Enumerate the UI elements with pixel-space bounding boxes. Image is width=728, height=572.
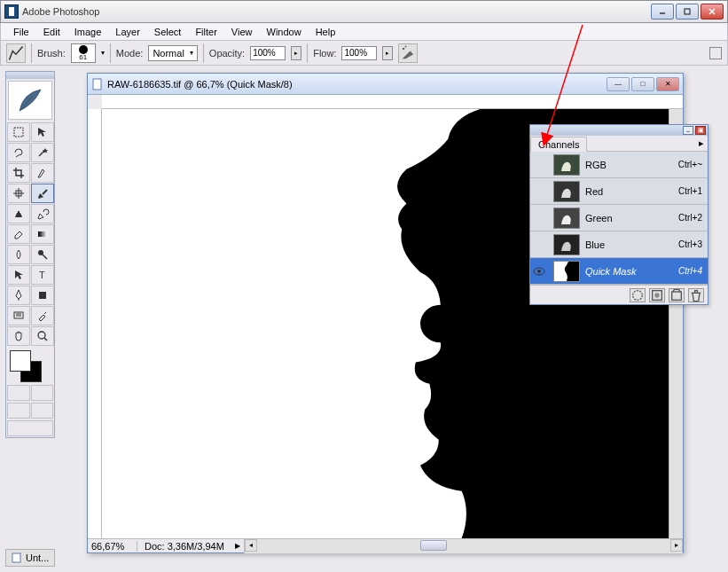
- panel-minimize-button[interactable]: –: [683, 126, 693, 135]
- flow-slider-toggle[interactable]: ▸: [382, 46, 393, 60]
- channel-row-rgb[interactable]: RGB Ctrl+~: [530, 152, 708, 178]
- gradient-tool[interactable]: [31, 224, 54, 244]
- standard-mode-button[interactable]: [7, 385, 30, 401]
- notes-tool[interactable]: [7, 306, 30, 325]
- maximize-button[interactable]: [676, 4, 699, 20]
- svg-line-15: [43, 255, 47, 259]
- menu-layer[interactable]: Layer: [108, 25, 147, 39]
- scroll-right-arrow[interactable]: ▸: [670, 539, 683, 552]
- menu-file[interactable]: File: [6, 25, 36, 39]
- menu-image[interactable]: Image: [67, 25, 109, 39]
- app-icon: [4, 4, 19, 19]
- panel-title-bar[interactable]: – ▣: [530, 125, 708, 136]
- new-channel-button[interactable]: [669, 288, 685, 302]
- mode-dropdown[interactable]: Normal ▾: [148, 45, 197, 61]
- svg-line-23: [44, 338, 47, 341]
- minimize-button[interactable]: [651, 4, 674, 20]
- menu-edit[interactable]: Edit: [36, 25, 67, 39]
- zoom-field[interactable]: 66,67%: [88, 541, 137, 552]
- channel-row-green[interactable]: Green Ctrl+2: [530, 205, 708, 231]
- doc-minimize-button[interactable]: —: [607, 77, 630, 91]
- doc-close-button[interactable]: ✕: [656, 77, 679, 91]
- airbrush-toggle[interactable]: [398, 43, 418, 63]
- screen-mode-1[interactable]: [7, 403, 30, 419]
- vertical-ruler: [88, 109, 102, 538]
- channel-name: Green: [585, 213, 673, 223]
- channels-panel: – ▣ Channels ▸ RGB Ctrl+~ Red Ctrl+1 Gre…: [529, 124, 708, 305]
- status-menu-arrow[interactable]: ▶: [231, 542, 244, 550]
- scroll-left-arrow[interactable]: ◂: [245, 539, 257, 552]
- load-selection-button[interactable]: [630, 288, 646, 302]
- channel-name: Red: [585, 186, 673, 197]
- menu-view[interactable]: View: [224, 25, 260, 39]
- tab-channels[interactable]: Channels: [530, 137, 587, 152]
- type-tool[interactable]: T: [31, 265, 54, 285]
- foreground-color-swatch[interactable]: [10, 350, 31, 372]
- quickmask-mode-button[interactable]: [31, 385, 54, 401]
- opacity-slider-toggle[interactable]: ▸: [291, 46, 301, 60]
- current-tool-icon[interactable]: [6, 43, 26, 63]
- flow-input[interactable]: [341, 46, 377, 60]
- document-icon: [12, 552, 22, 563]
- channel-row-blue[interactable]: Blue Ctrl+3: [530, 231, 708, 258]
- svg-point-34: [654, 293, 659, 297]
- svg-rect-18: [39, 292, 46, 299]
- channel-row-quickmask[interactable]: Quick Mask Ctrl+4: [530, 258, 708, 285]
- crop-tool[interactable]: [7, 163, 30, 183]
- brush-size-value: 61: [79, 54, 87, 61]
- channel-row-red[interactable]: Red Ctrl+1: [530, 178, 708, 205]
- marquee-tool[interactable]: [7, 122, 30, 142]
- svg-rect-1: [685, 9, 690, 14]
- panel-menu-button[interactable]: ▸: [695, 136, 708, 151]
- svg-point-5: [405, 45, 407, 47]
- pen-tool[interactable]: [7, 286, 30, 305]
- eraser-tool[interactable]: [7, 224, 30, 244]
- close-button[interactable]: [701, 4, 724, 20]
- path-selection-tool[interactable]: [7, 265, 30, 285]
- svg-point-30: [537, 270, 541, 273]
- channel-thumbnail: [553, 208, 580, 229]
- eye-icon: [533, 267, 545, 276]
- screen-mode-2[interactable]: [31, 403, 54, 419]
- slice-tool[interactable]: [31, 163, 54, 183]
- menu-select[interactable]: Select: [147, 25, 189, 39]
- scroll-thumb[interactable]: [420, 540, 447, 551]
- menu-help[interactable]: Help: [309, 25, 343, 39]
- lasso-tool[interactable]: [7, 143, 30, 162]
- delete-channel-button[interactable]: [688, 288, 704, 302]
- palette-grip[interactable]: [6, 72, 54, 79]
- channel-shortcut: Ctrl+3: [678, 239, 702, 249]
- horizontal-scrollbar[interactable]: ◂ ▸: [244, 539, 683, 553]
- doc-size-label[interactable]: Doc: 3,36M/3,94M: [137, 541, 231, 552]
- hand-tool[interactable]: [7, 326, 30, 346]
- channel-thumbnail: [553, 234, 580, 255]
- clone-stamp-tool[interactable]: [7, 204, 30, 223]
- svg-rect-7: [14, 128, 23, 137]
- menu-filter[interactable]: Filter: [188, 25, 223, 39]
- palette-well-button[interactable]: [709, 47, 722, 59]
- eyedropper-tool[interactable]: [31, 306, 54, 325]
- brush-preset-picker[interactable]: 61: [71, 43, 96, 63]
- menu-window[interactable]: Window: [260, 25, 309, 39]
- panel-close-button[interactable]: ▣: [695, 126, 706, 135]
- magic-wand-tool[interactable]: [31, 143, 54, 162]
- chevron-down-icon[interactable]: ▾: [101, 49, 105, 57]
- svg-rect-13: [38, 231, 47, 237]
- color-swatches[interactable]: [8, 349, 52, 382]
- doc-maximize-button[interactable]: □: [631, 77, 654, 91]
- visibility-toggle[interactable]: [530, 267, 548, 276]
- move-tool[interactable]: [31, 122, 54, 142]
- blur-tool[interactable]: [7, 245, 30, 264]
- jump-imageready-button[interactable]: [7, 420, 53, 436]
- dodge-tool[interactable]: [31, 245, 54, 264]
- opacity-input[interactable]: [250, 46, 286, 60]
- shape-tool[interactable]: [31, 286, 54, 305]
- save-selection-button[interactable]: [649, 288, 665, 302]
- document-title-bar[interactable]: RAW-6186635.tif @ 66,7% (Quick Mask/8) —…: [88, 74, 683, 95]
- zoom-tool[interactable]: [31, 326, 54, 346]
- brush-tool[interactable]: [31, 184, 54, 203]
- taskbar-doc-tab[interactable]: Unt...: [5, 549, 55, 567]
- healing-brush-tool[interactable]: [7, 184, 30, 203]
- app-title-bar: Adobe Photoshop: [0, 0, 728, 23]
- history-brush-tool[interactable]: [31, 204, 54, 223]
